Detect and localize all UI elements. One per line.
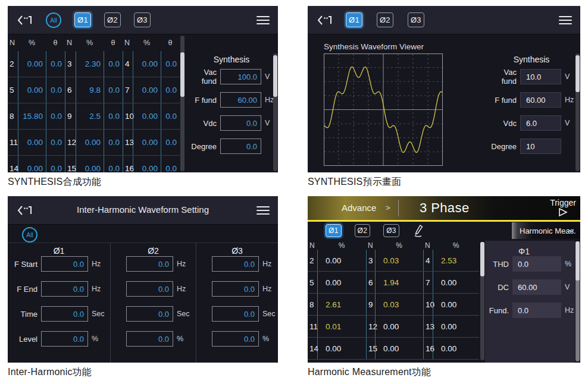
field-input[interactable]: 0.0 <box>212 281 259 297</box>
harmonic-theta-cell[interactable]: 0.0 <box>104 156 123 172</box>
field-input[interactable]: 0.0 <box>126 281 173 297</box>
field-row: DC60.00V <box>487 279 575 295</box>
back-icon[interactable] <box>317 14 333 26</box>
scrollbar-thumb[interactable] <box>576 241 580 281</box>
column-header: % <box>433 241 479 250</box>
page: All Ø1Ø2Ø3 N%θN%θN%θ20.000.032.300.040.0… <box>0 0 588 384</box>
field-input[interactable]: 0.0 <box>126 306 173 322</box>
harmonic-percent-cell[interactable]: 0.00 <box>18 51 46 77</box>
field-input[interactable]: 0.0 <box>212 306 259 322</box>
field-row: 0.0Sec <box>111 306 196 322</box>
phase-button-1[interactable]: Ø1 <box>74 12 91 27</box>
harmonic-theta-cell[interactable]: 0.0 <box>104 77 123 103</box>
harmonic-theta-cell[interactable]: 0.0 <box>104 103 123 129</box>
field-input[interactable]: 0.0 <box>126 331 173 347</box>
field-input[interactable]: 100.0 <box>220 69 261 84</box>
advance-menu[interactable]: Advance <box>342 203 376 213</box>
harmonic-percent-cell[interactable]: 0.00 <box>76 156 104 172</box>
chevron-down-icon <box>568 229 574 233</box>
harmonic-percent-cell[interactable]: 2.5 <box>76 103 104 129</box>
harmonic-theta-cell[interactable]: 0.0 <box>161 77 180 103</box>
harmonic-order-cell: 3 <box>65 51 76 77</box>
scrollbar-thumb[interactable] <box>576 55 580 92</box>
harmonic-percent-cell[interactable]: 0.00 <box>133 103 161 129</box>
field-row: Degree10 <box>487 139 576 154</box>
harmonic-percent-cell[interactable]: 0.00 <box>133 77 161 103</box>
field-input[interactable]: 0.0 <box>220 139 261 154</box>
field-input[interactable]: 0.0 <box>126 256 173 272</box>
hamburger-menu-icon[interactable] <box>559 16 572 24</box>
harmonic-theta-cell[interactable]: 0.0 <box>46 103 65 129</box>
scrollbar-thumb[interactable] <box>480 242 484 276</box>
field-input[interactable]: 0.0 <box>41 281 88 297</box>
harmonic-order-cell: 4 <box>423 250 433 271</box>
phase-button-1[interactable]: Ø1 <box>326 224 342 237</box>
harmonic-percent-cell[interactable]: 0.00 <box>18 156 46 172</box>
harmonic-theta-cell[interactable]: 0.0 <box>46 130 65 155</box>
edit-pen-icon[interactable] <box>412 224 424 237</box>
harmonic-theta-cell[interactable]: 0.0 <box>104 51 123 77</box>
field-unit: Hz <box>565 306 574 314</box>
harmonic-percent-cell[interactable]: 0.00 <box>18 77 46 103</box>
phase-button-3[interactable]: Ø3 <box>383 224 399 237</box>
harmonic-theta-cell[interactable]: 0.0 <box>161 103 180 129</box>
field-input[interactable]: 60.00 <box>220 92 261 108</box>
harmonic-percent-cell[interactable]: 0.00 <box>133 51 161 77</box>
harmonic-order-cell: 14 <box>308 338 317 359</box>
trigger-play-icon[interactable] <box>558 207 568 217</box>
field-row: F fund60.00Hz <box>187 92 276 108</box>
harmonic-measurement-screen: Advance > 3 Phase Trigger Ø1Ø2Ø3 Harmoni… <box>308 196 580 363</box>
field-input[interactable]: 10.0 <box>520 69 561 84</box>
phase-button-1[interactable]: Ø1 <box>346 12 362 27</box>
field-input[interactable]: 6.0 <box>520 115 561 131</box>
harmonic-percent-cell[interactable]: 2.30 <box>76 51 104 77</box>
harmonic-theta-cell[interactable]: 0.0 <box>161 51 180 77</box>
harmonic-percent-cell[interactable]: 0.00 <box>76 130 104 155</box>
harmonic-percent-cell[interactable]: 0.00 <box>133 156 161 172</box>
back-icon[interactable] <box>17 14 33 26</box>
table-row: 110.01120.00130.00 <box>308 316 479 338</box>
harmonic-percent-cell: 2.61 <box>317 294 366 315</box>
field-input[interactable]: 0.0 <box>220 115 261 131</box>
harmonic-theta-cell[interactable]: 0.0 <box>46 156 65 172</box>
harmonic-theta-cell[interactable]: 0.0 <box>46 77 65 103</box>
field-input[interactable]: 0.0 <box>41 331 88 347</box>
table-row: 110.000.0120.000.0130.000.0 <box>8 130 180 156</box>
hamburger-menu-icon[interactable] <box>257 206 270 215</box>
hamburger-menu-icon[interactable] <box>257 16 270 24</box>
phase-button-2[interactable]: Ø2 <box>355 224 371 237</box>
harmonic-percent-cell[interactable]: 15.80 <box>18 103 46 129</box>
harmonic-theta-cell[interactable]: 0.0 <box>46 51 65 77</box>
column-header: N <box>123 39 133 47</box>
harmonic-order-cell: 13 <box>123 130 133 155</box>
field-unit: % <box>92 335 98 343</box>
field-input[interactable]: 0.0 <box>41 256 88 272</box>
field-input[interactable]: 0.0 <box>212 256 259 272</box>
harmonic-theta-cell[interactable]: 0.0 <box>104 130 123 155</box>
column-header: % <box>133 39 161 47</box>
field-row: Time0.0Sec <box>8 306 110 322</box>
phase-button-2[interactable]: Ø2 <box>104 12 121 27</box>
field-input[interactable]: 10 <box>520 139 561 154</box>
field-input[interactable]: 0.0 <box>41 306 88 322</box>
harmonic-theta-cell[interactable]: 0.0 <box>161 156 180 172</box>
field-input[interactable]: 60.00 <box>520 92 561 108</box>
harmonic-percent-cell[interactable]: 0.00 <box>18 130 46 155</box>
harmonic-percent-cell[interactable]: 9.8 <box>76 77 104 103</box>
measurement-mode-dropdown[interactable]: Harmonic Meas. <box>512 222 580 239</box>
harmonic-percent-cell[interactable]: 0.00 <box>133 130 161 155</box>
all-phases-button[interactable]: All <box>46 12 61 28</box>
scrollbar-thumb[interactable] <box>180 52 184 97</box>
field-input[interactable]: 0.0 <box>212 331 259 347</box>
phase-button-2[interactable]: Ø2 <box>377 12 393 27</box>
phase-button-3[interactable]: Ø3 <box>134 12 151 27</box>
harmonic-order-cell: 10 <box>423 294 433 315</box>
harmonic-theta-cell[interactable]: 0.0 <box>161 130 180 155</box>
scrollbar-thumb[interactable] <box>273 55 277 97</box>
table-row: 50.000.069.80.070.000.0 <box>8 77 180 103</box>
all-phases-button[interactable]: All <box>22 227 37 243</box>
field-row: Level0.0% <box>8 331 110 347</box>
harmonic-order-cell: 14 <box>8 156 18 172</box>
trigger-label: Trigger <box>550 198 576 207</box>
phase-button-3[interactable]: Ø3 <box>408 12 424 27</box>
